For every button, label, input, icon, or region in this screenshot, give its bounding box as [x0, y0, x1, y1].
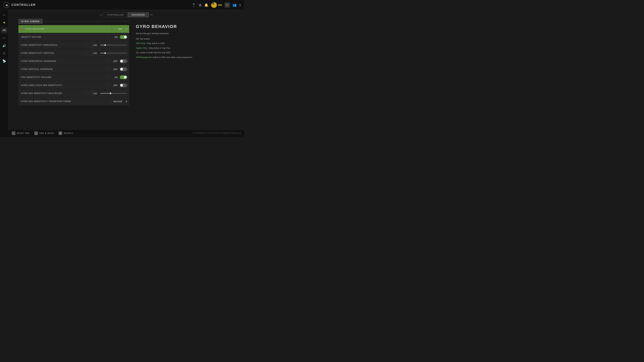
avatar — [211, 2, 217, 8]
setting-value: 1.00 — [88, 44, 97, 46]
search-label: SEARCH — [64, 132, 73, 134]
slider-thumb — [104, 44, 106, 46]
bell-icon[interactable]: 🔔 — [204, 3, 208, 7]
setting-control[interactable] — [99, 45, 127, 45]
reset-tab-action[interactable]: ○ RESET TAB — [12, 131, 29, 135]
setting-control[interactable] — [99, 53, 127, 53]
divider — [86, 42, 86, 48]
reset-icon: ○ — [12, 131, 16, 135]
toggle-gravity-vector[interactable] — [120, 35, 127, 39]
setting-control[interactable] — [120, 67, 127, 71]
setting-row-gyro-stick-ads[interactable]: GYRO USES STICK ADS SENSITIVITY OFF — [18, 81, 129, 89]
option-text-off: Not active. — [140, 37, 150, 40]
setting-row-gyro-ads-timing[interactable]: GYRO ADS SENSITIVITY TRANSITION TIMING I… — [18, 97, 129, 105]
toggle-gyro-h-inv[interactable] — [120, 59, 127, 63]
sidebar-item-l2[interactable]: L2 — [1, 12, 8, 18]
slider-thumb — [110, 92, 111, 94]
setting-value: INSTANT — [113, 100, 122, 103]
top-bar-left: ◀ CONTROLLER — [3, 2, 36, 8]
info-panel: GYRO BEHAVIOR Set the the gyro aiming's … — [129, 19, 234, 129]
divider — [112, 26, 112, 31]
setting-label: GYRO SENSITIVITY HORIZONTAL — [21, 44, 84, 46]
divider — [111, 99, 111, 104]
info-option-hipfire: Hipfire Only: Only active in Hip Fire. — [136, 46, 228, 50]
setting-control[interactable] — [120, 35, 127, 39]
slider-fill — [100, 93, 110, 94]
settings-list: ✕ GYRO BEHAVIOR OFF ▾ GRAVITY VECTOR ON — [18, 25, 129, 105]
setting-control[interactable] — [99, 93, 127, 94]
battle-pass-icon[interactable]: R5 — [225, 2, 230, 7]
toggle-knob — [120, 68, 123, 70]
version-info: 9.12.13706838 [72:119:1740+11] Tmc [7000… — [192, 132, 241, 134]
sidebar-item-favorites[interactable]: ★ — [1, 19, 8, 26]
star-icon: ★ — [3, 21, 6, 24]
toggle-gyro-v-inv[interactable] — [120, 67, 127, 71]
search-action[interactable]: ⊞ SEARCH — [58, 131, 73, 135]
setting-control[interactable]: ▾ — [124, 27, 127, 31]
tab-bar: L1 CONTROLLER ADVANCED R1 — [8, 10, 244, 19]
slider-fill — [100, 53, 104, 53]
back-icon: ◀ — [5, 3, 8, 7]
reset-tab-label: RESET TAB — [17, 132, 29, 134]
setting-label: GYRO USES STICK ADS SENSITIVITY — [21, 84, 105, 86]
setting-row-gyro-sens-h[interactable]: GYRO SENSITIVITY HORIZONTAL 1.00 — [18, 41, 129, 49]
friends-count: 1 — [239, 3, 241, 6]
toggle-gyro-stick-ads[interactable] — [120, 83, 127, 87]
setting-row-gyro-sens-v[interactable]: GYRO SENSITIVITY VERTICAL 1.00 — [18, 49, 129, 57]
setting-row-gyro-behavior[interactable]: ✕ GYRO BEHAVIOR OFF ▾ — [18, 25, 129, 33]
search-icon: ⊞ — [58, 131, 62, 135]
controller-icon: 🎮 — [2, 28, 6, 32]
option-label-ads-equip: ADS/Equipment: — [136, 56, 152, 58]
setting-label: FOV SENSITIVITY SCALING — [21, 76, 105, 78]
setting-row-gyro-v-inv[interactable]: GYRO VERTICAL INVERSION OFF — [18, 65, 129, 73]
setting-row-fov-scaling[interactable]: FOV SENSITIVITY SCALING ON — [18, 73, 129, 81]
info-option-ads-equip: ADS/Equipment: Active in ADS and while u… — [136, 56, 228, 59]
coins-label: 192 — [218, 3, 222, 6]
setting-value: OFF — [109, 68, 118, 70]
slider-thumb — [104, 52, 106, 54]
chevron-down-icon: ▾ — [126, 27, 127, 31]
setting-control[interactable] — [120, 75, 127, 79]
sidebar-item-hud[interactable]: ☰ — [1, 50, 8, 57]
option-text-hipfire: Only active in Hip Fire. — [148, 47, 170, 49]
setting-label: GYRO VERTICAL INVERSION — [21, 68, 105, 70]
slider-gyro-ads-mult[interactable] — [100, 93, 127, 94]
top-bar: ◀ CONTROLLER 📱 ⊞ 🔔 192 R5 👥 1 — [0, 0, 244, 10]
grid-icon[interactable]: ⊞ — [199, 3, 202, 7]
sidebar-item-controller[interactable]: 🎮 — [1, 27, 8, 33]
option-label-ads-only: ADS Only: — [136, 42, 146, 44]
setting-row-gyro-h-inv[interactable]: GYRO HORIZONTAL INVERSION OFF — [18, 57, 129, 65]
setting-label: GYRO ADS SENSITIVITY MULTIPLIER — [21, 92, 84, 94]
slider-fill — [100, 45, 104, 45]
toggle-knob — [120, 60, 123, 62]
friends-icon[interactable]: 👥 — [232, 3, 237, 7]
divider — [86, 91, 86, 96]
mobile-icon[interactable]: 📱 — [192, 3, 196, 7]
setting-control[interactable] — [120, 83, 127, 87]
sidebar: L2 ★ 🎮 ✏ 🔊 ☰ 📡 — [0, 10, 8, 137]
main-content: L1 CONTROLLER ADVANCED R1 GYRO AIMING ✕ … — [8, 10, 244, 129]
option-label-hipfire: Hipfire Only: — [136, 47, 148, 49]
tab-nav-left[interactable]: L1 — [98, 13, 103, 16]
slider-gyro-sens-h[interactable] — [100, 45, 127, 45]
toggle-fov-scaling[interactable] — [120, 75, 127, 79]
tab-nav-right[interactable]: R1 — [149, 13, 154, 16]
setting-control[interactable] — [120, 59, 127, 63]
sidebar-item-edit[interactable]: ✏ — [1, 35, 8, 41]
add-favorite-label: ADD ★ [8/15] — [39, 132, 54, 134]
back-button[interactable]: ◀ — [3, 2, 10, 8]
sidebar-item-audio[interactable]: 🔊 — [1, 42, 8, 49]
settings-panel: GYRO AIMING ✕ GYRO BEHAVIOR OFF ▾ GRA — [18, 19, 129, 129]
tab-advanced[interactable]: ADVANCED — [128, 12, 149, 17]
bottom-bar: ○ RESET TAB △ ADD ★ [8/15] ⊞ SEARCH 9.12… — [8, 129, 244, 137]
option-text-ads-only: Only active in ADS. — [146, 42, 165, 44]
setting-control[interactable]: ▾ — [124, 100, 127, 103]
setting-value: 1.00 — [88, 92, 97, 95]
tab-controller[interactable]: CONTROLLER — [104, 12, 128, 17]
add-favorite-action[interactable]: △ ADD ★ [8/15] — [34, 131, 54, 135]
setting-row-gyro-ads-mult[interactable]: GYRO ADS SENSITIVITY MULTIPLIER 1.00 — [18, 89, 129, 97]
setting-row-gravity-vector[interactable]: GRAVITY VECTOR ON — [18, 33, 129, 41]
slider-gyro-sens-v[interactable] — [100, 53, 127, 53]
sidebar-item-network[interactable]: 📡 — [1, 58, 8, 64]
section-title: GYRO AIMING — [18, 19, 42, 24]
